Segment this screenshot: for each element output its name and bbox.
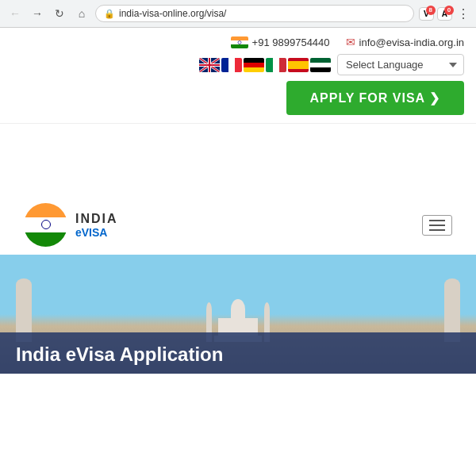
india-flag-circle [24,203,67,247]
svg-rect-15 [235,58,242,72]
logo-evisa-text: eVISA [75,226,118,240]
logo-text: INDIA eVISA [75,211,118,240]
language-row: Select Language English French German It… [199,54,464,75]
svg-rect-17 [244,63,264,67]
browser-menu-button[interactable]: ⋮ [457,6,470,21]
svg-rect-24 [310,58,331,63]
vpn-extension[interactable]: V8 [419,7,434,21]
email-item: ✉ info@evisa-india.org.in [346,36,464,48]
svg-rect-2 [231,44,248,48]
arabic-flag-icon[interactable] [310,58,331,72]
svg-rect-16 [244,58,264,63]
lock-icon: 🔒 [104,9,115,19]
address-bar[interactable]: 🔒 india-visa-online.org/visa/ [95,5,414,22]
apply-for-visa-button[interactable]: APPLY FOR VISA ❯ [286,81,464,115]
email-address: info@evisa-india.org.in [359,36,464,48]
hero-title: India eVisa Application [16,344,460,366]
url-text: india-visa-online.org/visa/ [119,8,405,19]
svg-rect-26 [310,67,331,72]
reload-button[interactable]: ↻ [51,5,68,22]
apply-btn-container: APPLY FOR VISA ❯ [12,81,464,115]
forward-button[interactable]: → [29,5,46,22]
svg-rect-13 [221,58,228,72]
phone-item: +91 9899754440 [231,36,330,48]
home-button[interactable]: ⌂ [73,5,90,22]
india-flag-icon [231,36,248,48]
white-space-area [0,124,476,195]
phone-number: +91 9899754440 [252,36,330,48]
spain-flag-icon[interactable] [288,58,309,72]
svg-rect-21 [279,58,286,72]
ashoka-chakra [41,220,51,229]
browser-chrome: ← → ↻ ⌂ 🔒 india-visa-online.org/visa/ V8… [0,0,476,28]
page-content: +91 9899754440 ✉ info@evisa-india.org.in [0,28,476,456]
italy-flag-icon[interactable] [266,58,286,72]
logo-area: INDIA eVISA [24,203,118,247]
hero-overlay: India eVisa Application [0,332,476,374]
back-button[interactable]: ← [6,5,24,22]
flag-top-stripe [24,203,67,217]
uk-flag-icon[interactable] [199,58,220,72]
browser-toolbar: ← → ↻ ⌂ 🔒 india-visa-online.org/visa/ V8… [6,5,470,22]
svg-rect-19 [266,58,273,72]
contact-row: +91 9899754440 ✉ info@evisa-india.org.in [231,36,464,48]
extensions-area: V8 A0 [419,7,452,21]
logo-india-text: INDIA [75,211,118,226]
language-select[interactable]: Select Language English French German It… [337,54,464,75]
hamburger-line-2 [429,225,445,226]
svg-rect-12 [199,64,220,66]
site-header: INDIA eVISA [0,195,476,255]
hamburger-line-3 [429,229,445,231]
top-bar: +91 9899754440 ✉ info@evisa-india.org.in [0,28,476,124]
france-flag-icon[interactable] [221,58,242,72]
svg-rect-20 [273,58,279,72]
flag-bot-stripe [24,232,67,247]
apply-btn-label: APPLY FOR VISA ❯ [310,90,440,106]
hero-section: India eVisa Application [0,255,476,374]
svg-rect-0 [231,36,248,40]
hamburger-menu-button[interactable] [422,215,452,236]
svg-rect-14 [228,58,235,72]
svg-rect-18 [244,67,264,72]
flag-strip [199,58,331,72]
svg-rect-23 [288,61,309,69]
flag-mid-stripe [24,217,67,232]
hamburger-line-1 [429,220,445,221]
email-icon: ✉ [346,36,355,48]
svg-rect-25 [310,63,331,67]
ad-extension[interactable]: A0 [437,7,452,21]
germany-flag-icon[interactable] [244,58,264,72]
taj-dome [231,299,245,319]
